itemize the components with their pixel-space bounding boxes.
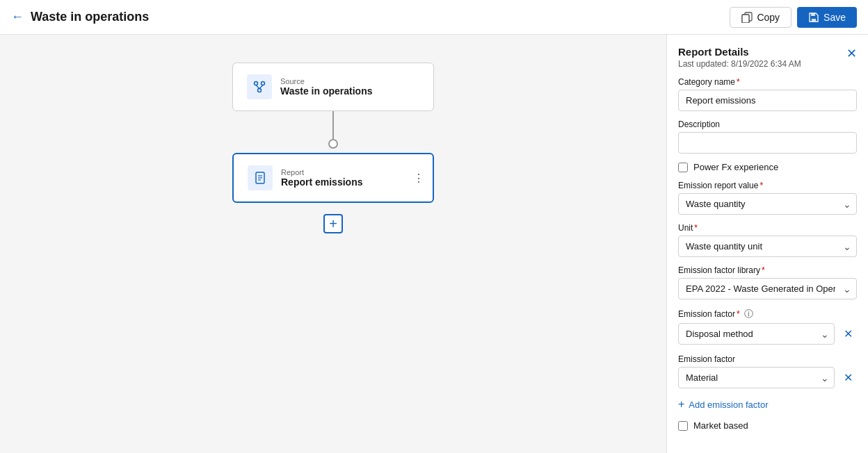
panel-header: Report Details Last updated: 8/19/2022 6… — [678, 46, 857, 69]
top-bar-left: ← Waste in operations — [11, 10, 149, 24]
emission-report-select[interactable]: Waste quantity — [678, 193, 857, 215]
description-field: Description — [678, 120, 857, 154]
emission-factor-2-group: Emission factor Material ⌄ ✕ — [678, 354, 857, 388]
report-node-icon — [248, 165, 273, 190]
connector-line — [332, 111, 334, 139]
emission-factor-2-label: Emission factor — [678, 354, 857, 364]
top-bar: ← Waste in operations Copy Save — [0, 0, 868, 35]
emission-factor-1-clear-button[interactable]: ✕ — [839, 325, 857, 343]
source-node-text: Source Waste in operations — [280, 77, 373, 97]
add-emission-factor-button[interactable]: + Add emission factor — [678, 397, 857, 412]
top-bar-right: Copy Save — [730, 7, 857, 28]
main-content: Source Waste in operations — [0, 35, 868, 453]
description-label: Description — [678, 120, 857, 129]
svg-rect-4 — [811, 13, 815, 16]
svg-rect-3 — [812, 19, 816, 22]
emission-factor-2-select[interactable]: Material — [678, 367, 835, 388]
power-fx-row: Power Fx experience — [678, 162, 857, 172]
emission-factor-main-label: Emission factor* — [678, 309, 740, 319]
svg-line-8 — [256, 85, 259, 89]
emission-factor-2-clear-button[interactable]: ✕ — [839, 369, 857, 387]
svg-point-5 — [255, 82, 258, 85]
add-factor-plus-icon: + — [678, 398, 684, 411]
market-based-row: Market based — [678, 420, 857, 431]
power-fx-label: Power Fx experience — [693, 162, 778, 172]
connector — [328, 111, 338, 153]
add-node-button[interactable]: + — [323, 214, 343, 233]
back-button[interactable]: ← — [11, 10, 24, 24]
description-input[interactable] — [678, 132, 857, 154]
page-title: Waste in operations — [31, 10, 149, 24]
report-node-name: Report emissions — [281, 176, 362, 188]
power-fx-checkbox[interactable] — [678, 163, 688, 172]
emission-factor-library-label: Emission factor library* — [678, 265, 857, 275]
copy-label: Copy — [757, 12, 780, 23]
report-node-text: Report Report emissions — [281, 168, 362, 188]
save-label: Save — [823, 12, 846, 23]
connector-circle — [328, 139, 338, 149]
svg-rect-2 — [742, 15, 749, 23]
panel-header-text: Report Details Last updated: 8/19/2022 6… — [678, 46, 801, 69]
unit-field: Unit* Waste quantity unit ⌄ — [678, 223, 857, 257]
panel-title: Report Details — [678, 46, 801, 58]
emission-factor-row-1: Disposal method ⌄ ✕ — [678, 323, 857, 345]
emission-factor-label-row: Emission factor* ⓘ — [678, 308, 857, 320]
emission-factor-info-icon[interactable]: ⓘ — [744, 308, 753, 320]
emission-factor-library-select[interactable]: EPA 2022 - Waste Generated in Opera... — [678, 278, 857, 299]
emission-factor-library-field: Emission factor library* EPA 2022 - Wast… — [678, 265, 857, 299]
node-menu-button[interactable]: ⋮ — [413, 172, 424, 185]
category-name-input[interactable] — [678, 90, 857, 111]
emission-factor-1-select[interactable]: Disposal method — [678, 323, 835, 345]
emission-factor-1-select-wrapper: Disposal method ⌄ — [678, 323, 835, 345]
source-node-icon — [247, 74, 272, 99]
emission-factor-2-select-wrapper: Material ⌄ — [678, 367, 835, 388]
emission-report-select-wrapper: Waste quantity ⌄ — [678, 193, 857, 215]
svg-point-6 — [262, 82, 265, 85]
source-node[interactable]: Source Waste in operations — [232, 63, 434, 111]
svg-point-7 — [258, 89, 262, 92]
emission-report-field: Emission report value* Waste quantity ⌄ — [678, 181, 857, 215]
save-icon — [808, 12, 819, 23]
flow-container: Source Waste in operations — [232, 63, 434, 233]
source-type-label: Source — [280, 77, 373, 85]
report-node[interactable]: Report Report emissions ⋮ — [232, 153, 434, 203]
unit-select[interactable]: Waste quantity unit — [678, 236, 857, 257]
emission-report-label: Emission report value* — [678, 181, 857, 190]
add-factor-label: Add emission factor — [689, 400, 768, 410]
report-type-label: Report — [281, 168, 362, 176]
save-button[interactable]: Save — [797, 7, 857, 28]
panel-close-button[interactable]: ✕ — [846, 46, 857, 61]
copy-icon — [741, 12, 753, 23]
add-icon: + — [329, 216, 337, 232]
source-node-name: Waste in operations — [280, 85, 373, 97]
panel-subtitle: Last updated: 8/19/2022 6:34 AM — [678, 59, 801, 69]
right-panel: Report Details Last updated: 8/19/2022 6… — [666, 35, 868, 453]
canvas-area: Source Waste in operations — [0, 35, 666, 453]
market-based-label: Market based — [693, 420, 748, 431]
market-based-checkbox[interactable] — [678, 421, 688, 431]
unit-label: Unit* — [678, 223, 857, 233]
emission-factor-group: Emission factor* ⓘ Disposal method ⌄ ✕ E… — [678, 308, 857, 388]
unit-select-wrapper: Waste quantity unit ⌄ — [678, 236, 857, 257]
emission-factor-row-2: Material ⌄ ✕ — [678, 367, 857, 388]
category-name-field: Category name* — [678, 77, 857, 111]
svg-line-9 — [259, 85, 263, 89]
category-name-label: Category name* — [678, 77, 857, 87]
emission-factor-library-select-wrapper: EPA 2022 - Waste Generated in Opera... ⌄ — [678, 278, 857, 299]
copy-button[interactable]: Copy — [730, 7, 791, 28]
